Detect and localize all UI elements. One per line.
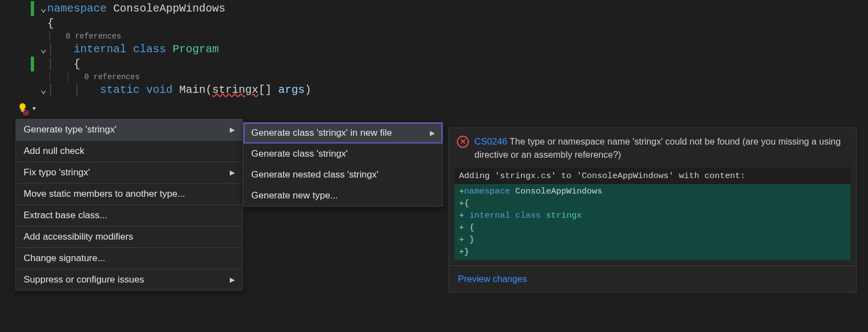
indent-guide: │ bbox=[47, 31, 66, 42]
code-token: Program bbox=[173, 42, 219, 57]
code-token: args bbox=[278, 82, 305, 97]
menu-item-fix-typo[interactable]: Fix typo 'stringx' ▶ bbox=[16, 162, 242, 183]
code-token: Main bbox=[179, 82, 206, 97]
fold-toggle[interactable]: ⌄ bbox=[40, 82, 47, 97]
link-label: Preview changes bbox=[458, 274, 527, 284]
menu-item-move-static[interactable]: Move static members to another type... bbox=[16, 184, 242, 204]
quick-actions-submenu: Generate class 'stringx' in new file ▶ G… bbox=[243, 122, 443, 207]
submenu-item-gen-class[interactable]: Generate class 'stringx' bbox=[244, 143, 443, 164]
preview-changes-link[interactable]: Preview changes bbox=[449, 266, 856, 292]
menu-item-generate-type[interactable]: Generate type 'stringx' ▶ bbox=[16, 119, 242, 140]
menu-item-label: Suppress or configure issues bbox=[24, 274, 144, 285]
fold-toggle[interactable]: ⌄ bbox=[40, 42, 47, 57]
menu-item-label: Generate nested class 'stringx' bbox=[251, 169, 378, 180]
menu-item-label: Generate type 'stringx' bbox=[24, 124, 117, 135]
dropdown-arrow-icon: ▾ bbox=[32, 104, 36, 112]
submenu-arrow-icon: ▶ bbox=[224, 276, 235, 284]
submenu-arrow-icon: ▶ bbox=[224, 169, 235, 176]
error-token: stringx bbox=[212, 82, 258, 97]
code-token: { bbox=[74, 57, 80, 71]
code-token: namespace bbox=[47, 1, 107, 16]
code-area[interactable]: ⌄ namespace ConsoleAppWindows { │ 0 refe… bbox=[0, 0, 868, 97]
lightbulb-quickfix[interactable]: ▾ bbox=[16, 102, 36, 114]
menu-item-label: Change signature... bbox=[24, 253, 105, 264]
submenu-item-gen-new-type[interactable]: Generate new type... bbox=[244, 185, 443, 206]
code-token: internal bbox=[74, 42, 126, 57]
menu-item-label: Extract base class... bbox=[24, 210, 107, 221]
menu-item-suppress[interactable]: Suppress or configure issues ▶ bbox=[16, 269, 242, 290]
quick-actions-menu: Generate type 'stringx' ▶ Add null check… bbox=[15, 119, 243, 291]
submenu-arrow-icon: ▶ bbox=[224, 126, 235, 134]
code-token: void bbox=[146, 82, 173, 97]
error-description: ✕ CS0246 The type or namespace name 'str… bbox=[449, 128, 856, 165]
menu-item-add-accessibility[interactable]: Add accessibility modifiers bbox=[16, 226, 242, 247]
quickfix-preview-panel: ✕ CS0246 The type or namespace name 'str… bbox=[449, 128, 856, 292]
error-overlay-icon bbox=[23, 110, 29, 115]
menu-item-label: Fix typo 'stringx' bbox=[24, 167, 90, 178]
menu-item-label: Add accessibility modifiers bbox=[24, 231, 133, 242]
diff-preview: Adding 'stringx.cs' to 'ConsoleAppWindow… bbox=[455, 168, 850, 260]
code-token: class bbox=[133, 42, 166, 57]
menu-item-label: Generate class 'stringx' in new file bbox=[251, 128, 392, 139]
menu-item-label: Add null check bbox=[24, 146, 85, 157]
error-icon: ✕ bbox=[457, 136, 469, 148]
code-editor: ⌄ namespace ConsoleAppWindows { │ 0 refe… bbox=[0, 0, 868, 332]
menu-item-extract-base[interactable]: Extract base class... bbox=[16, 205, 242, 226]
fold-toggle[interactable]: ⌄ bbox=[40, 1, 47, 16]
error-code[interactable]: CS0246 bbox=[474, 136, 507, 146]
menu-item-label: Generate new type... bbox=[251, 190, 338, 201]
error-message: The type or namespace name 'stringx' cou… bbox=[474, 136, 841, 159]
codelens-references[interactable]: 0 references bbox=[84, 71, 140, 82]
submenu-item-gen-class-newfile[interactable]: Generate class 'stringx' in new file ▶ bbox=[244, 123, 443, 143]
submenu-item-gen-nested[interactable]: Generate nested class 'stringx' bbox=[244, 164, 443, 185]
code-token: static bbox=[100, 82, 140, 97]
menu-item-label: Move static members to another type... bbox=[24, 189, 185, 200]
code-token: { bbox=[47, 16, 54, 31]
diff-title: Adding 'stringx.cs' to 'ConsoleAppWindow… bbox=[455, 168, 850, 184]
codelens-references[interactable]: 0 references bbox=[66, 31, 121, 42]
menu-item-change-signature[interactable]: Change signature... bbox=[16, 248, 242, 269]
menu-item-add-null-check[interactable]: Add null check bbox=[16, 141, 242, 162]
menu-item-label: Generate class 'stringx' bbox=[251, 148, 348, 159]
submenu-arrow-icon: ▶ bbox=[424, 129, 435, 137]
code-token: ConsoleAppWindows bbox=[113, 1, 225, 16]
